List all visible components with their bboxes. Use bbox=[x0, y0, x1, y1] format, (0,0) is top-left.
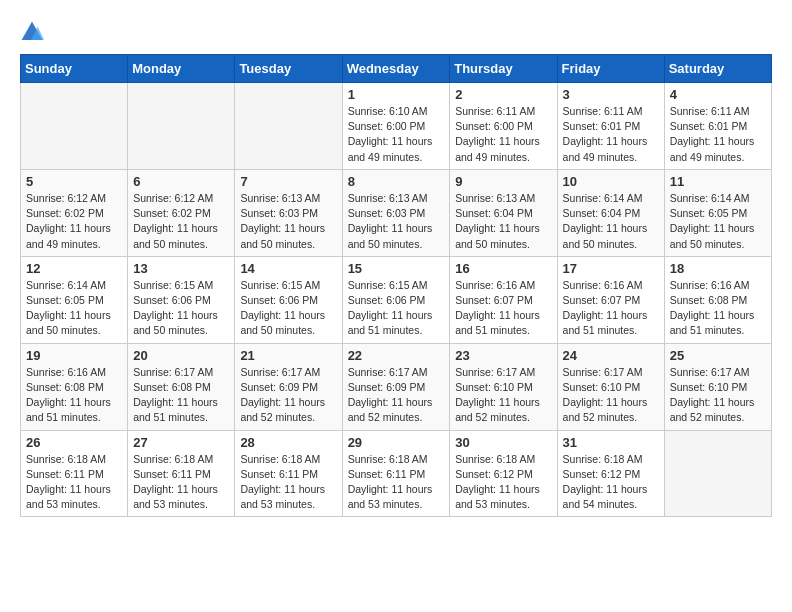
day-number: 30 bbox=[455, 435, 551, 450]
logo-icon bbox=[20, 20, 44, 44]
calendar-table: SundayMondayTuesdayWednesdayThursdayFrid… bbox=[20, 54, 772, 517]
day-number: 4 bbox=[670, 87, 766, 102]
day-info: Sunrise: 6:13 AMSunset: 6:03 PMDaylight:… bbox=[348, 191, 445, 252]
calendar-cell: 21Sunrise: 6:17 AMSunset: 6:09 PMDayligh… bbox=[235, 343, 342, 430]
day-info: Sunrise: 6:13 AMSunset: 6:04 PMDaylight:… bbox=[455, 191, 551, 252]
day-number: 8 bbox=[348, 174, 445, 189]
week-row-3: 12Sunrise: 6:14 AMSunset: 6:05 PMDayligh… bbox=[21, 256, 772, 343]
calendar-cell bbox=[235, 83, 342, 170]
calendar-cell: 22Sunrise: 6:17 AMSunset: 6:09 PMDayligh… bbox=[342, 343, 450, 430]
calendar-cell: 9Sunrise: 6:13 AMSunset: 6:04 PMDaylight… bbox=[450, 169, 557, 256]
day-info: Sunrise: 6:14 AMSunset: 6:05 PMDaylight:… bbox=[26, 278, 122, 339]
calendar-cell: 24Sunrise: 6:17 AMSunset: 6:10 PMDayligh… bbox=[557, 343, 664, 430]
day-number: 7 bbox=[240, 174, 336, 189]
day-number: 9 bbox=[455, 174, 551, 189]
day-number: 11 bbox=[670, 174, 766, 189]
calendar-cell: 8Sunrise: 6:13 AMSunset: 6:03 PMDaylight… bbox=[342, 169, 450, 256]
day-info: Sunrise: 6:10 AMSunset: 6:00 PMDaylight:… bbox=[348, 104, 445, 165]
day-number: 20 bbox=[133, 348, 229, 363]
calendar-cell: 13Sunrise: 6:15 AMSunset: 6:06 PMDayligh… bbox=[128, 256, 235, 343]
calendar-cell: 4Sunrise: 6:11 AMSunset: 6:01 PMDaylight… bbox=[664, 83, 771, 170]
day-info: Sunrise: 6:18 AMSunset: 6:11 PMDaylight:… bbox=[133, 452, 229, 513]
day-info: Sunrise: 6:16 AMSunset: 6:08 PMDaylight:… bbox=[26, 365, 122, 426]
day-number: 5 bbox=[26, 174, 122, 189]
calendar-cell: 27Sunrise: 6:18 AMSunset: 6:11 PMDayligh… bbox=[128, 430, 235, 517]
day-info: Sunrise: 6:16 AMSunset: 6:07 PMDaylight:… bbox=[563, 278, 659, 339]
calendar-cell: 29Sunrise: 6:18 AMSunset: 6:11 PMDayligh… bbox=[342, 430, 450, 517]
calendar-cell: 30Sunrise: 6:18 AMSunset: 6:12 PMDayligh… bbox=[450, 430, 557, 517]
calendar-cell: 15Sunrise: 6:15 AMSunset: 6:06 PMDayligh… bbox=[342, 256, 450, 343]
day-info: Sunrise: 6:15 AMSunset: 6:06 PMDaylight:… bbox=[133, 278, 229, 339]
day-info: Sunrise: 6:18 AMSunset: 6:12 PMDaylight:… bbox=[563, 452, 659, 513]
calendar-cell: 17Sunrise: 6:16 AMSunset: 6:07 PMDayligh… bbox=[557, 256, 664, 343]
day-number: 1 bbox=[348, 87, 445, 102]
day-number: 19 bbox=[26, 348, 122, 363]
weekday-header-row: SundayMondayTuesdayWednesdayThursdayFrid… bbox=[21, 55, 772, 83]
calendar-cell: 6Sunrise: 6:12 AMSunset: 6:02 PMDaylight… bbox=[128, 169, 235, 256]
logo bbox=[20, 20, 48, 44]
day-info: Sunrise: 6:13 AMSunset: 6:03 PMDaylight:… bbox=[240, 191, 336, 252]
day-number: 17 bbox=[563, 261, 659, 276]
weekday-header-monday: Monday bbox=[128, 55, 235, 83]
calendar-cell: 26Sunrise: 6:18 AMSunset: 6:11 PMDayligh… bbox=[21, 430, 128, 517]
day-number: 25 bbox=[670, 348, 766, 363]
day-info: Sunrise: 6:14 AMSunset: 6:04 PMDaylight:… bbox=[563, 191, 659, 252]
page-header bbox=[20, 20, 772, 44]
day-number: 2 bbox=[455, 87, 551, 102]
day-info: Sunrise: 6:17 AMSunset: 6:09 PMDaylight:… bbox=[240, 365, 336, 426]
day-info: Sunrise: 6:17 AMSunset: 6:10 PMDaylight:… bbox=[563, 365, 659, 426]
week-row-1: 1Sunrise: 6:10 AMSunset: 6:00 PMDaylight… bbox=[21, 83, 772, 170]
calendar-cell: 11Sunrise: 6:14 AMSunset: 6:05 PMDayligh… bbox=[664, 169, 771, 256]
calendar-cell: 31Sunrise: 6:18 AMSunset: 6:12 PMDayligh… bbox=[557, 430, 664, 517]
day-number: 15 bbox=[348, 261, 445, 276]
calendar-cell: 1Sunrise: 6:10 AMSunset: 6:00 PMDaylight… bbox=[342, 83, 450, 170]
weekday-header-thursday: Thursday bbox=[450, 55, 557, 83]
day-info: Sunrise: 6:18 AMSunset: 6:12 PMDaylight:… bbox=[455, 452, 551, 513]
weekday-header-wednesday: Wednesday bbox=[342, 55, 450, 83]
weekday-header-tuesday: Tuesday bbox=[235, 55, 342, 83]
week-row-5: 26Sunrise: 6:18 AMSunset: 6:11 PMDayligh… bbox=[21, 430, 772, 517]
calendar-cell: 3Sunrise: 6:11 AMSunset: 6:01 PMDaylight… bbox=[557, 83, 664, 170]
day-info: Sunrise: 6:15 AMSunset: 6:06 PMDaylight:… bbox=[240, 278, 336, 339]
calendar-cell: 16Sunrise: 6:16 AMSunset: 6:07 PMDayligh… bbox=[450, 256, 557, 343]
day-info: Sunrise: 6:14 AMSunset: 6:05 PMDaylight:… bbox=[670, 191, 766, 252]
day-number: 23 bbox=[455, 348, 551, 363]
day-number: 10 bbox=[563, 174, 659, 189]
week-row-4: 19Sunrise: 6:16 AMSunset: 6:08 PMDayligh… bbox=[21, 343, 772, 430]
day-info: Sunrise: 6:17 AMSunset: 6:09 PMDaylight:… bbox=[348, 365, 445, 426]
day-number: 14 bbox=[240, 261, 336, 276]
calendar-cell: 10Sunrise: 6:14 AMSunset: 6:04 PMDayligh… bbox=[557, 169, 664, 256]
day-info: Sunrise: 6:18 AMSunset: 6:11 PMDaylight:… bbox=[26, 452, 122, 513]
day-number: 18 bbox=[670, 261, 766, 276]
day-info: Sunrise: 6:18 AMSunset: 6:11 PMDaylight:… bbox=[240, 452, 336, 513]
day-number: 31 bbox=[563, 435, 659, 450]
day-number: 16 bbox=[455, 261, 551, 276]
calendar-cell: 7Sunrise: 6:13 AMSunset: 6:03 PMDaylight… bbox=[235, 169, 342, 256]
day-number: 6 bbox=[133, 174, 229, 189]
week-row-2: 5Sunrise: 6:12 AMSunset: 6:02 PMDaylight… bbox=[21, 169, 772, 256]
day-number: 24 bbox=[563, 348, 659, 363]
weekday-header-saturday: Saturday bbox=[664, 55, 771, 83]
day-number: 22 bbox=[348, 348, 445, 363]
calendar-cell: 19Sunrise: 6:16 AMSunset: 6:08 PMDayligh… bbox=[21, 343, 128, 430]
day-info: Sunrise: 6:12 AMSunset: 6:02 PMDaylight:… bbox=[133, 191, 229, 252]
day-info: Sunrise: 6:18 AMSunset: 6:11 PMDaylight:… bbox=[348, 452, 445, 513]
day-number: 28 bbox=[240, 435, 336, 450]
day-info: Sunrise: 6:12 AMSunset: 6:02 PMDaylight:… bbox=[26, 191, 122, 252]
calendar-cell: 5Sunrise: 6:12 AMSunset: 6:02 PMDaylight… bbox=[21, 169, 128, 256]
day-info: Sunrise: 6:17 AMSunset: 6:08 PMDaylight:… bbox=[133, 365, 229, 426]
weekday-header-sunday: Sunday bbox=[21, 55, 128, 83]
day-number: 13 bbox=[133, 261, 229, 276]
calendar-cell: 18Sunrise: 6:16 AMSunset: 6:08 PMDayligh… bbox=[664, 256, 771, 343]
calendar-cell: 20Sunrise: 6:17 AMSunset: 6:08 PMDayligh… bbox=[128, 343, 235, 430]
calendar-cell: 23Sunrise: 6:17 AMSunset: 6:10 PMDayligh… bbox=[450, 343, 557, 430]
day-info: Sunrise: 6:11 AMSunset: 6:00 PMDaylight:… bbox=[455, 104, 551, 165]
calendar-cell: 28Sunrise: 6:18 AMSunset: 6:11 PMDayligh… bbox=[235, 430, 342, 517]
day-number: 27 bbox=[133, 435, 229, 450]
day-number: 12 bbox=[26, 261, 122, 276]
calendar-cell bbox=[21, 83, 128, 170]
day-info: Sunrise: 6:15 AMSunset: 6:06 PMDaylight:… bbox=[348, 278, 445, 339]
day-number: 29 bbox=[348, 435, 445, 450]
weekday-header-friday: Friday bbox=[557, 55, 664, 83]
day-info: Sunrise: 6:11 AMSunset: 6:01 PMDaylight:… bbox=[670, 104, 766, 165]
